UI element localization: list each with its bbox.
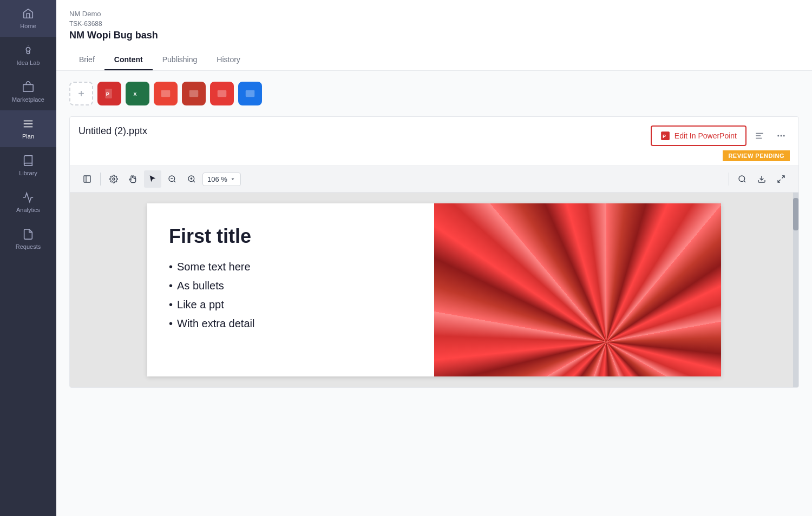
svg-text:P: P — [663, 134, 666, 139]
svg-line-32 — [744, 181, 745, 182]
slide-bullet-2: As bullets — [169, 280, 412, 292]
content-area: + P X — [56, 71, 812, 516]
slide-content: First title Some text here As bullets Li… — [147, 203, 721, 376]
settings-button[interactable] — [105, 170, 122, 188]
svg-line-34 — [782, 176, 784, 178]
sidebar-item-idea-lab[interactable]: Idea Lab — [0, 37, 56, 74]
slide-bullet-3: Like a ppt — [169, 299, 412, 311]
select-tool-button[interactable] — [144, 170, 161, 188]
svg-rect-21 — [84, 176, 90, 182]
page-title: NM Wopi Bug bash — [69, 30, 799, 41]
fullscreen-button[interactable] — [772, 170, 790, 188]
sidebar-item-requests[interactable]: Requests — [0, 221, 56, 257]
main-content: NM Demo TSK-63688 NM Wopi Bug bash Brief… — [56, 0, 812, 516]
svg-rect-12 — [246, 90, 255, 97]
tab-content[interactable]: Content — [104, 50, 153, 70]
sidebar-item-plan[interactable]: Plan — [0, 110, 56, 147]
sidebar-item-idea-lab-label: Idea Lab — [17, 59, 40, 66]
svg-rect-9 — [161, 90, 171, 97]
sidebar-item-analytics-label: Analytics — [16, 207, 40, 213]
svg-line-35 — [778, 180, 781, 182]
sidebar-toggle-button[interactable] — [78, 170, 96, 188]
view-toggle-button[interactable] — [751, 127, 768, 144]
file-icon-slides4[interactable] — [238, 82, 262, 105]
svg-text:P: P — [106, 91, 109, 97]
file-icon-excel1[interactable]: X — [126, 82, 149, 105]
svg-point-31 — [739, 176, 745, 182]
toolbar-separator-1 — [100, 173, 101, 186]
tabs: Brief Content Publishing History — [69, 50, 799, 70]
svg-point-0 — [26, 48, 30, 51]
svg-line-25 — [174, 181, 175, 182]
svg-point-18 — [777, 135, 779, 137]
sidebar-item-marketplace[interactable]: Marketplace — [0, 74, 56, 110]
more-options-button[interactable] — [772, 127, 790, 144]
zoom-selector[interactable]: 106 % — [202, 173, 241, 186]
sidebar-item-plan-label: Plan — [22, 133, 34, 140]
svg-point-23 — [113, 178, 115, 180]
sidebar-item-analytics[interactable]: Analytics — [0, 184, 56, 221]
viewer-toolbar: 106 % — [70, 166, 798, 193]
file-icon-slides3[interactable] — [210, 82, 234, 105]
svg-text:X: X — [133, 91, 136, 97]
svg-point-20 — [783, 135, 785, 137]
tab-publishing[interactable]: Publishing — [153, 50, 207, 70]
hand-tool-button[interactable] — [125, 170, 142, 188]
search-button[interactable] — [734, 170, 751, 188]
sidebar-item-marketplace-label: Marketplace — [12, 96, 44, 103]
slide-preview-area: First title Some text here As bullets Li… — [70, 193, 798, 387]
slide-title: First title — [169, 225, 412, 248]
file-icon-slides2[interactable] — [182, 82, 206, 105]
svg-rect-11 — [218, 90, 227, 97]
edit-powerpoint-button[interactable]: P Edit In PowerPoint — [651, 125, 746, 146]
zoom-out-button[interactable] — [163, 170, 181, 188]
sidebar-item-library-label: Library — [19, 170, 37, 176]
document-viewer: Untitled (2).pptx P Edit In PowerPoint — [69, 116, 799, 388]
slide-right-image — [434, 203, 721, 376]
sidebar-item-requests-label: Requests — [16, 243, 41, 250]
svg-rect-2 — [23, 84, 33, 91]
breadcrumb: NM Demo — [69, 10, 799, 18]
download-button[interactable] — [753, 170, 770, 188]
task-id: TSK-63688 — [69, 20, 799, 28]
slide-scrollbar-thumb[interactable] — [793, 198, 798, 230]
sidebar-item-library[interactable]: Library — [0, 147, 56, 184]
tab-history[interactable]: History — [207, 50, 250, 70]
file-icons-row: + P X — [69, 82, 799, 105]
toolbar-separator-2 — [729, 173, 729, 186]
review-pending-badge: REVIEW PENDING — [723, 150, 790, 161]
tab-brief[interactable]: Brief — [69, 50, 104, 70]
svg-rect-10 — [189, 90, 199, 97]
header: NM Demo TSK-63688 NM Wopi Bug bash Brief… — [56, 0, 812, 71]
add-file-button[interactable]: + — [69, 82, 93, 105]
zoom-level: 106 % — [207, 175, 227, 183]
sidebar-item-home[interactable]: Home — [0, 0, 56, 37]
zoom-in-button[interactable] — [183, 170, 200, 188]
edit-powerpoint-label: Edit In PowerPoint — [675, 131, 737, 140]
toolbar-right — [726, 170, 790, 188]
slide-bullet-1: Some text here — [169, 261, 412, 273]
file-icon-slides1[interactable] — [154, 82, 178, 105]
document-title: Untitled (2).pptx — [78, 125, 147, 137]
svg-point-19 — [781, 135, 782, 137]
sidebar-item-home-label: Home — [20, 23, 36, 29]
file-icon-ppt1[interactable]: P — [97, 82, 121, 105]
slide-bullets: Some text here As bullets Like a ppt Wit… — [169, 261, 412, 330]
svg-line-28 — [193, 181, 195, 182]
slide-left: First title Some text here As bullets Li… — [147, 203, 434, 376]
sidebar: Home Idea Lab Marketplace Plan Library — [0, 0, 56, 516]
slide-bullet-4: With extra detail — [169, 317, 412, 330]
slide-scrollbar[interactable] — [793, 193, 798, 387]
